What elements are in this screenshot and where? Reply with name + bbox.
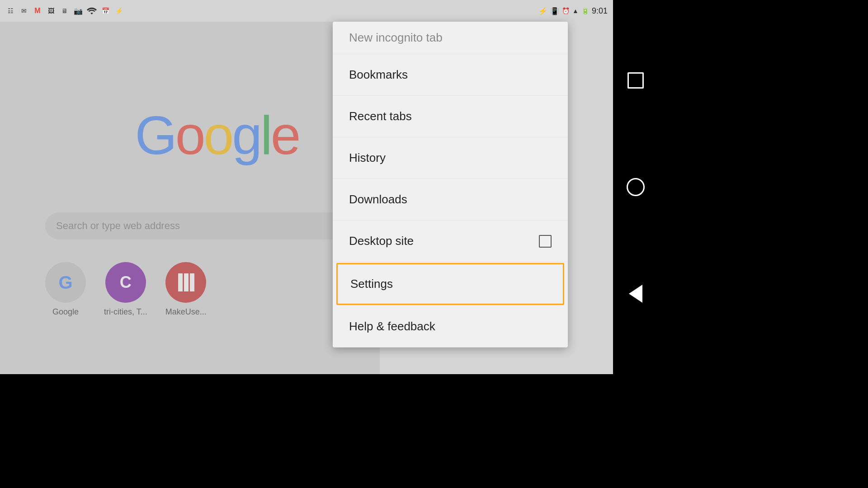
status-time: 9:01 <box>592 6 608 16</box>
settings-label: Settings <box>350 277 393 291</box>
status-icons: ☷ ✉ M 🖼 🖥 📷 📅 ⚡ <box>5 6 124 16</box>
help-feedback-label: Help & feedback <box>349 319 435 333</box>
recent-tabs-label: Recent tabs <box>349 109 412 123</box>
bookmarks-label: Bookmarks <box>349 68 408 82</box>
menu-item-downloads[interactable]: Downloads <box>333 179 568 221</box>
battery-icon: 🔋 <box>581 7 589 14</box>
menu-item-desktop-site[interactable]: Desktop site <box>333 221 568 262</box>
nav-square-button[interactable] <box>624 69 647 92</box>
desktop-icon: 🖥 <box>60 6 70 16</box>
status-right: ⚡ 📳 ⏰ ▲ 🔋 9:01 <box>538 6 608 16</box>
bolt-icon: ⚡ <box>114 6 124 16</box>
mail-icon: ✉ <box>19 6 29 16</box>
history-label: History <box>349 151 386 165</box>
dropdown-menu: New incognito tab Bookmarks Recent tabs … <box>333 22 568 347</box>
menu-item-new-incognito[interactable]: New incognito tab <box>333 22 568 54</box>
menu-item-bookmarks[interactable]: Bookmarks <box>333 54 568 96</box>
wifi-icon <box>87 6 97 16</box>
gmail-icon: M <box>33 6 42 16</box>
triangle-icon <box>629 285 642 303</box>
camera-icon: 📷 <box>73 6 83 16</box>
signal-icon: ▲ <box>572 7 579 14</box>
nav-home-button[interactable] <box>624 176 647 198</box>
image-icon: 🖼 <box>46 6 56 16</box>
nav-back-button[interactable] <box>624 282 647 305</box>
new-incognito-label: New incognito tab <box>349 31 443 45</box>
layers-icon: ☷ <box>5 6 15 16</box>
circle-icon <box>627 178 645 196</box>
desktop-site-checkbox[interactable] <box>539 235 552 248</box>
downloads-label: Downloads <box>349 192 407 206</box>
square-icon <box>627 72 644 89</box>
menu-item-help-feedback[interactable]: Help & feedback <box>333 306 568 347</box>
bluetooth-icon: ⚡ <box>538 7 547 15</box>
status-bar: ☷ ✉ M 🖼 🖥 📷 📅 ⚡ ⚡ 📳 ⏰ ▲ 🔋 9:01 <box>0 0 613 22</box>
menu-item-settings[interactable]: Settings <box>336 263 564 305</box>
alarm-icon: ⏰ <box>562 7 570 14</box>
menu-overlay[interactable] <box>0 22 380 374</box>
menu-item-history[interactable]: History <box>333 137 568 179</box>
browser-background: ☷ ✉ M 🖼 🖥 📷 📅 ⚡ ⚡ 📳 ⏰ ▲ 🔋 9:01 Google Se… <box>0 0 613 374</box>
desktop-site-label: Desktop site <box>349 234 414 248</box>
vibrate-icon: 📳 <box>550 7 559 15</box>
nav-bar <box>613 0 658 374</box>
menu-item-recent-tabs[interactable]: Recent tabs <box>333 96 568 137</box>
calendar-icon: 📅 <box>100 6 110 16</box>
